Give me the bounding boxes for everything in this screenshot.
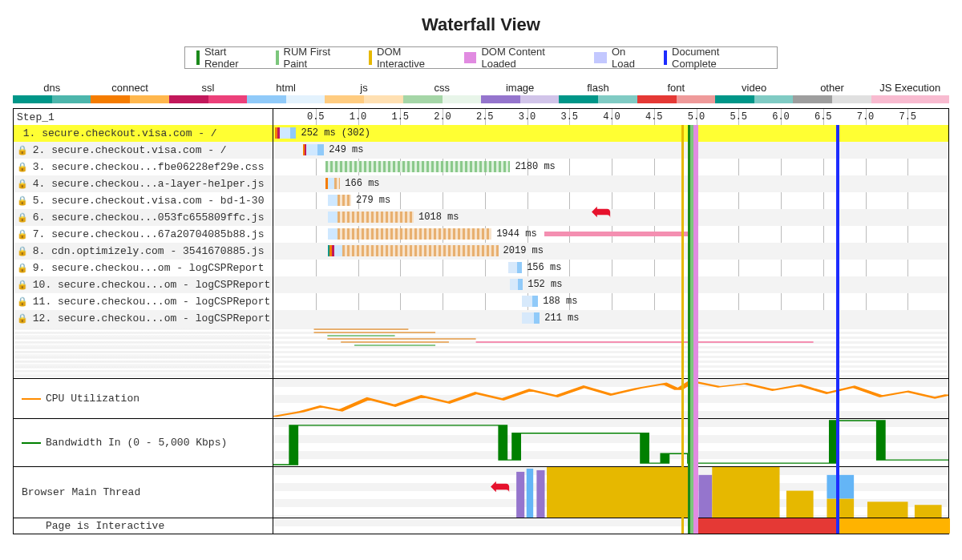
lock-icon: 🔒 [17,193,25,209]
cpu-swatch-icon [22,398,41,400]
type-legend-label: image [481,82,559,94]
request-duration-label: 279 ms [356,195,390,206]
legend-swatch-icon [594,52,607,63]
request-bar: 156 ms [508,262,522,273]
request-label: 🔒 9. secure.checkou...om - logCSPReport [14,260,273,276]
request-label: 🔒 5. secure.checkout.visa.com - bd-1-30 [14,192,273,209]
lock-icon: 🔒 [17,244,25,260]
axis-tick: 7.5 [899,109,916,126]
request-bar-area: 152 ms [273,276,948,293]
axis-tick: 4.0 [603,109,620,126]
lock-icon: 🔒 [17,143,25,159]
request-label: 🔒 6. secure.checkou...053fc655809ffc.js [14,209,273,226]
js-exec-bar [544,228,688,240]
type-legend-item: html [247,82,325,105]
type-legend-item: flash [559,82,637,105]
request-bar: 152 ms [510,279,523,290]
request-label: 1. secure.checkout.visa.com - / [14,125,273,142]
type-legend-swatch-icon [13,95,91,103]
legend-label: DOM Content Loaded [481,46,581,70]
request-bar: 279 ms [328,195,352,206]
interactive-segment [836,518,950,534]
request-bar-area: 211 ms [273,310,948,327]
svg-rect-7 [516,472,524,518]
interactive-panel: Page is Interactive [14,518,948,534]
type-legend-item: dns [13,82,91,105]
legend-swatch-icon [196,50,200,65]
type-legend-swatch-icon [871,95,949,103]
type-legend-label: JS Execution [871,82,949,94]
type-legend-swatch-icon [169,95,247,103]
request-bar: 188 ms [522,296,538,307]
waterfall-row[interactable]: 1. secure.checkout.visa.com - /252 ms (3… [14,125,948,142]
type-legend-swatch-icon [793,95,871,103]
page-title: Waterfall View [11,14,951,35]
request-duration-label: 166 ms [345,178,379,189]
waterfall-row[interactable]: 🔒 8. cdn.optimizely.com - 3541670885.js2… [14,243,948,260]
svg-rect-17 [915,505,942,518]
type-legend-item: JS Execution [871,82,949,105]
waterfall-frame: Step_1 0.51.01.52.02.53.03.54.04.55.05.5… [13,108,949,534]
waterfall-row[interactable]: 🔒 3. secure.checkou...fbe06228ef29e.css2… [14,159,948,175]
waterfall-row[interactable]: 🔒 7. secure.checkou...67a20704085b88.js1… [14,226,948,243]
request-bar: 1018 ms [328,212,414,223]
waterfall-row[interactable]: 🔒 5. secure.checkout.visa.com - bd-1-302… [14,192,948,209]
request-label: 🔒 7. secure.checkou...67a20704085b88.js [14,226,273,243]
lock-icon: 🔒 [17,260,25,276]
waterfall-rows: 1. secure.checkout.visa.com - /252 ms (3… [14,125,948,327]
request-bar-area: 2180 ms [273,159,948,175]
interactive-segment [688,518,836,534]
request-bar: 2180 ms [325,161,510,172]
type-legend-item: font [637,82,715,105]
mini-bars [273,327,948,378]
request-label: 🔒 11. secure.checkou...om - logCSPReport [14,293,273,310]
request-label: 🔒 3. secure.checkou...fbe06228ef29e.css [14,159,273,175]
type-legend-swatch-icon [403,95,481,103]
main-thread-bars [273,467,948,518]
lock-icon: 🔒 [17,294,25,310]
request-bar: 2019 ms [328,245,499,256]
marker-legend-item: DOM Content Loaded [458,47,588,68]
type-legend-swatch-icon [637,95,715,103]
waterfall-row[interactable]: 🔒 9. secure.checkou...om - logCSPReport1… [14,260,948,276]
waterfall-row[interactable]: 🔒 12. secure.checkou...om - logCSPReport… [14,310,948,327]
type-legend-item: image [481,82,559,105]
svg-rect-8 [527,469,533,518]
type-legend-label: other [793,82,871,94]
request-label: 🔒 2. secure.checkout.visa.com - / [14,142,273,159]
cpu-sparkline [273,379,948,418]
cpu-panel: CPU Utilization [14,378,948,418]
request-label: 🔒 12. secure.checkou...om - logCSPReport [14,310,273,327]
type-legend-label: dns [13,82,91,94]
type-legend-item: other [793,82,871,105]
request-duration-label: 2019 ms [503,245,544,256]
marker-legend-item: Document Complete [657,47,772,68]
svg-rect-4 [341,341,449,343]
request-bar-area: 188 ms [273,293,948,310]
request-duration-label: 188 ms [543,296,577,307]
waterfall-row[interactable]: 🔒 4. secure.checkou...a-layer-helper.js1… [14,175,948,192]
lock-icon: 🔒 [17,311,25,327]
axis-tick: 3.0 [519,109,536,126]
waterfall-row[interactable]: 🔒 10. secure.checkou...om - logCSPReport… [14,276,948,293]
legend-swatch-icon [276,50,279,65]
type-legend-swatch-icon [715,95,793,103]
type-legend-item: connect [91,82,168,105]
axis-tick: 2.0 [434,109,451,126]
waterfall-row[interactable]: 🔒 11. secure.checkou...om - logCSPReport… [14,293,948,310]
type-legend-swatch-icon [325,95,402,103]
lock-icon: 🔒 [17,159,25,175]
type-legend-item: video [715,82,793,105]
interactive-label: Page is Interactive [46,520,164,532]
waterfall-row[interactable]: 🔒 6. secure.checkou...053fc655809ffc.js1… [14,209,948,226]
legend-swatch-icon [369,50,372,65]
bandwidth-label: Bandwidth In (0 - 5,000 Kbps) [46,437,227,449]
marker-legend-item: DOM Interactive [362,47,458,68]
type-legend-label: connect [91,82,168,94]
waterfall-row[interactable]: 🔒 2. secure.checkout.visa.com - /249 ms [14,142,948,159]
request-bar-area: 1944 ms [273,226,948,243]
svg-rect-0 [314,328,409,330]
axis-tick: 1.0 [350,109,367,126]
lock-icon: 🔒 [17,210,25,226]
request-duration-label: 252 ms (302) [301,127,370,139]
